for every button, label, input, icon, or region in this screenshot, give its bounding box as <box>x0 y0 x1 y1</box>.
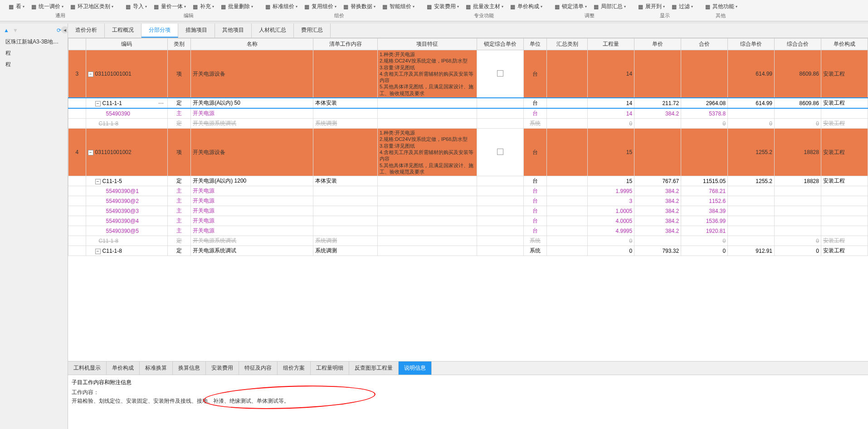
toolbar-button-label: 统一调价 <box>39 3 60 10</box>
dropdown-arrow-icon: ▾ <box>624 5 626 9</box>
dropdown-arrow-icon: ▾ <box>502 5 503 9</box>
toolbar-button[interactable]: ▦展开到▾ <box>635 2 667 11</box>
toolbar-button-label: 替换数据 <box>351 3 372 10</box>
dropdown-arrow-icon: ▾ <box>335 5 336 9</box>
toolbar-button[interactable]: ▦批量删除▾ <box>218 2 255 11</box>
toolbar-button-label: 环卫地区类别 <box>78 3 110 10</box>
toolbar-button[interactable]: ▦锁定清单▾ <box>551 2 589 11</box>
toolbar-button[interactable]: ▦环卫地区类别▾ <box>67 2 115 11</box>
toolbar-group: ▦导入▾▦量价一体▾▦补充▾▦批量删除▾编辑 <box>121 2 257 19</box>
toolbar-group-label: 调整 <box>585 12 595 19</box>
toolbar-button[interactable]: ▦替换数据▾ <box>340 2 377 11</box>
toolbar-icon: ▦ <box>191 3 199 10</box>
toolbar-group: ▦锁定清单▾▦局部汇总▾调整 <box>550 2 629 19</box>
toolbar-group-label: 其他 <box>716 12 726 19</box>
toolbar-button[interactable]: ▦标准组价▾ <box>262 2 299 11</box>
toolbar-button[interactable]: ▦局部汇总▾ <box>590 2 628 11</box>
toolbar-button-label: 复用组价 <box>312 3 333 10</box>
dropdown-arrow-icon: ▾ <box>145 5 147 9</box>
toolbar-group-label: 编辑 <box>184 12 194 19</box>
toolbar-icon: ▦ <box>264 3 271 10</box>
toolbar-icon: ▦ <box>30 3 37 10</box>
dropdown-arrow-icon: ▾ <box>112 5 113 9</box>
toolbar-button-label: 标准组价 <box>273 3 294 10</box>
toolbar-group-label: 专业功能 <box>474 12 494 19</box>
toolbar-button-label: 过滤 <box>679 3 690 10</box>
main-toolbar: ▦看▾▦统一调价▾▦环卫地区类别▾通用▦导入▾▦量价一体▾▦补充▾▦批量删除▾编… <box>0 0 868 21</box>
toolbar-button[interactable]: ▦导入▾ <box>122 2 149 11</box>
toolbar-button[interactable]: ▦单价构成▾ <box>507 2 544 11</box>
toolbar-button-label: 批量改主材 <box>473 3 500 10</box>
dropdown-arrow-icon: ▾ <box>736 5 737 9</box>
toolbar-button-label: 其他功能 <box>712 3 734 10</box>
toolbar-group: ▦其他功能▾其他 <box>700 2 741 19</box>
toolbar-button-label: 量价一体 <box>161 3 183 10</box>
toolbar-group: ▦看▾▦统一调价▾▦环卫地区类别▾通用 <box>4 2 117 19</box>
toolbar-icon: ▦ <box>7 3 15 10</box>
toolbar-icon: ▦ <box>69 3 76 10</box>
toolbar-icon: ▦ <box>342 3 349 10</box>
toolbar-button-label: 看 <box>16 3 21 10</box>
dropdown-arrow-icon: ▾ <box>374 5 375 9</box>
dropdown-arrow-icon: ▾ <box>212 5 214 9</box>
toolbar-group: ▦标准组价▾▦复用组价▾▦替换数据▾▦智能组价▾组价 <box>260 2 418 19</box>
toolbar-icon: ▦ <box>704 3 711 10</box>
toolbar-icon: ▦ <box>464 3 472 10</box>
toolbar-icon: ▦ <box>553 3 561 10</box>
toolbar-button[interactable]: ▦补充▾ <box>190 2 216 11</box>
toolbar-group-label: 组价 <box>334 12 344 19</box>
toolbar-button-label: 安装费用 <box>434 3 456 10</box>
dropdown-arrow-icon: ▾ <box>663 5 665 9</box>
dropdown-arrow-icon: ▾ <box>62 5 63 9</box>
toolbar-icon: ▦ <box>637 3 644 10</box>
toolbar-group-label: 显示 <box>660 12 670 19</box>
dropdown-arrow-icon: ▾ <box>23 5 24 9</box>
toolbar-icon: ▦ <box>303 3 310 10</box>
toolbar-button[interactable]: ▦统一调价▾ <box>28 2 65 11</box>
toolbar-button[interactable]: ▦复用组价▾ <box>301 2 338 11</box>
toolbar-icon: ▦ <box>124 3 132 10</box>
dropdown-arrow-icon: ▾ <box>541 5 542 9</box>
dropdown-arrow-icon: ▾ <box>413 5 414 9</box>
toolbar-button[interactable]: ▦过滤▾ <box>668 2 695 11</box>
dropdown-arrow-icon: ▾ <box>691 5 693 9</box>
dropdown-arrow-icon: ▾ <box>585 5 587 9</box>
toolbar-icon: ▦ <box>509 3 516 10</box>
toolbar-button-label: 导入 <box>133 3 144 10</box>
toolbar-button[interactable]: ▦其他功能▾ <box>702 2 739 11</box>
toolbar-button[interactable]: ▦智能组价▾ <box>379 2 416 11</box>
toolbar-icon: ▦ <box>670 3 678 10</box>
toolbar-icon: ▦ <box>219 3 227 10</box>
toolbar-button-label: 锁定清单 <box>562 3 584 10</box>
dropdown-arrow-icon: ▾ <box>184 5 186 9</box>
toolbar-button[interactable]: ▦量价一体▾ <box>151 2 188 11</box>
toolbar-group: ▦安装费用▾▦批量改主材▾▦单价构成▾专业功能 <box>422 2 546 19</box>
toolbar-icon: ▦ <box>152 3 160 10</box>
toolbar-button-label: 智能组价 <box>390 3 411 10</box>
toolbar-icon: ▦ <box>425 3 433 10</box>
toolbar-icon: ▦ <box>381 3 388 10</box>
toolbar-button-label: 补充 <box>200 3 211 10</box>
dropdown-arrow-icon: ▾ <box>457 5 459 9</box>
toolbar-button[interactable]: ▦安装费用▾ <box>424 2 461 11</box>
dropdown-arrow-icon: ▾ <box>251 5 253 9</box>
toolbar-icon: ▦ <box>592 3 600 10</box>
toolbar-button-label: 单价构成 <box>517 3 539 10</box>
toolbar-button[interactable]: ▦看▾ <box>5 2 26 11</box>
toolbar-button-label: 展开到 <box>645 3 662 10</box>
toolbar-group-label: 通用 <box>55 12 65 19</box>
toolbar-group: ▦展开到▾▦过滤▾显示 <box>633 2 697 19</box>
toolbar-button[interactable]: ▦批量改主材▾ <box>463 2 505 11</box>
toolbar-button-label: 批量删除 <box>228 3 250 10</box>
toolbar-button-label: 局部汇总 <box>601 3 623 10</box>
dropdown-arrow-icon: ▾ <box>296 5 297 9</box>
